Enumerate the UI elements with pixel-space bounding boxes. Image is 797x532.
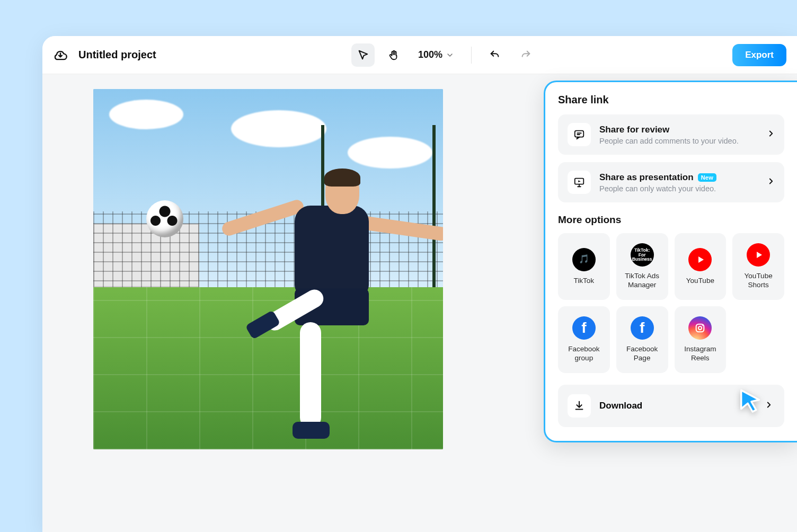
- option-label: Facebook group: [562, 345, 606, 363]
- soccer-player: [189, 142, 432, 439]
- facebook-icon: f: [631, 316, 654, 340]
- option-label: YouTube: [686, 277, 714, 286]
- share-review-sub: People can add comments to your video.: [599, 137, 775, 145]
- youtube-shorts-icon: [747, 243, 770, 267]
- tiktok-business-icon: TikTok:For Business: [631, 243, 654, 267]
- pointer-tool-button[interactable]: [351, 43, 375, 67]
- zoom-dropdown[interactable]: 100%: [418, 49, 454, 60]
- export-button[interactable]: Export: [732, 44, 786, 66]
- cloud-sync-icon[interactable]: [53, 48, 68, 63]
- video-preview[interactable]: [93, 89, 443, 449]
- option-label: Facebook Page: [621, 345, 664, 363]
- option-label: Instagram Reels: [679, 345, 722, 363]
- download-card[interactable]: Download: [558, 385, 784, 427]
- option-tiktok-ads[interactable]: TikTok:For Business TikTok Ads Manager: [616, 233, 668, 300]
- option-label: TikTok: [574, 277, 595, 286]
- option-label: TikTok Ads Manager: [621, 272, 664, 290]
- option-instagram-reels[interactable]: Instagram Reels: [675, 306, 727, 373]
- toolbar: Untitled project 100% Export: [42, 36, 797, 74]
- share-link-title: Share link: [558, 94, 784, 106]
- svg-point-3: [698, 326, 702, 330]
- chevron-right-icon: [766, 129, 776, 140]
- chevron-down-icon: [446, 51, 454, 59]
- new-badge: New: [698, 173, 717, 182]
- download-icon: [568, 394, 591, 418]
- cursor-pointer-icon: [738, 388, 766, 416]
- svg-rect-0: [575, 131, 584, 137]
- share-presentation-label: Share as presentation: [599, 172, 694, 183]
- export-button-label: Export: [745, 50, 774, 60]
- more-options-title: More options: [558, 214, 784, 226]
- undo-button[interactable]: [483, 43, 507, 67]
- share-review-label: Share for review: [599, 125, 669, 135]
- tiktok-icon: 🎵: [572, 248, 596, 271]
- toolbar-divider: [471, 47, 472, 64]
- hand-tool-button[interactable]: [382, 43, 405, 67]
- project-title[interactable]: Untitled project: [78, 49, 156, 61]
- download-label: Download: [599, 401, 642, 411]
- export-share-panel: Share link Share for review People can a…: [544, 81, 797, 442]
- share-for-review-card[interactable]: Share for review People can add comments…: [558, 114, 784, 155]
- share-presentation-sub: People can only watch your video.: [599, 184, 775, 193]
- presentation-icon: [568, 171, 591, 194]
- option-youtube-shorts[interactable]: YouTube Shorts: [732, 233, 784, 300]
- redo-button[interactable]: [514, 43, 537, 67]
- svg-point-4: [702, 325, 703, 326]
- option-youtube[interactable]: YouTube: [675, 233, 727, 300]
- comment-icon: [568, 123, 591, 146]
- chevron-right-icon: [766, 176, 776, 188]
- instagram-icon: [688, 316, 712, 340]
- share-as-presentation-card[interactable]: Share as presentation New People can onl…: [558, 162, 784, 202]
- option-tiktok[interactable]: 🎵 TikTok: [558, 233, 610, 300]
- option-facebook-page[interactable]: f Facebook Page: [616, 306, 668, 373]
- option-label: YouTube Shorts: [737, 272, 780, 290]
- soccer-ball: [146, 200, 183, 237]
- share-options-grid: 🎵 TikTok TikTok:For Business TikTok Ads …: [558, 233, 784, 373]
- facebook-icon: f: [572, 316, 596, 340]
- option-facebook-group[interactable]: f Facebook group: [558, 306, 610, 373]
- zoom-value: 100%: [418, 49, 442, 60]
- youtube-icon: [688, 248, 712, 271]
